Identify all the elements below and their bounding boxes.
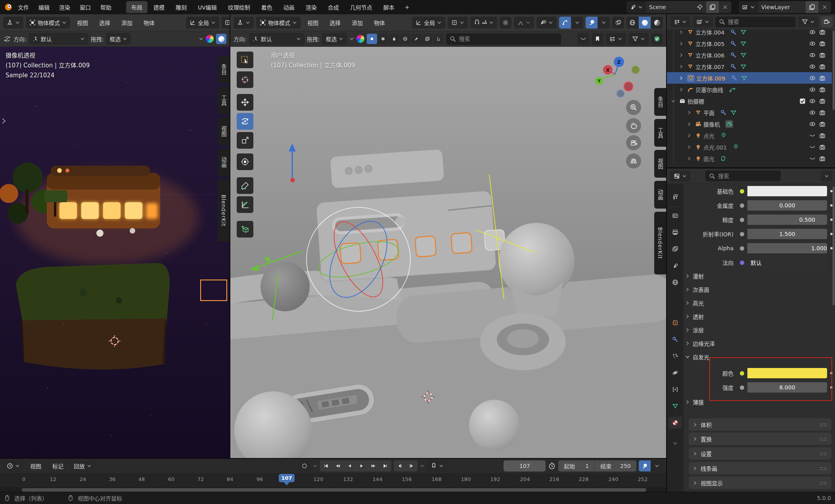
add-menu[interactable]: 添加	[117, 19, 137, 27]
proportional-falloff-button[interactable]	[514, 17, 534, 29]
properties-scrollbar[interactable]	[833, 186, 835, 305]
filter-fluid-button[interactable]	[389, 34, 399, 44]
base-color-field[interactable]	[737, 186, 827, 196]
snap-toggle-button[interactable]	[470, 17, 497, 29]
viewlayer-new-copy-button[interactable]	[806, 1, 818, 13]
3d-viewport-canvas[interactable]: 用户透视 (107) Collection | 立方体.009	[230, 47, 666, 458]
play-reverse-button[interactable]	[344, 460, 356, 471]
sidebar-tab-tool[interactable]: 工具	[218, 86, 230, 114]
outliner-row-plane[interactable]: 平面	[667, 107, 832, 118]
hide-eye-toggle[interactable]	[808, 155, 816, 162]
shading-chevron-icon[interactable]	[199, 36, 203, 41]
sidebar-tab-blenderkit[interactable]: BlenderKit	[654, 212, 666, 274]
gizmos-toggle[interactable]	[559, 17, 571, 29]
zoom-button[interactable]	[626, 100, 641, 115]
outliner-search-input[interactable]	[728, 19, 792, 25]
render-visibility-toggle[interactable]	[818, 109, 826, 116]
transform-orientation-selector[interactable]: 全局	[186, 17, 219, 29]
tab-render[interactable]	[668, 210, 682, 222]
start-frame-field[interactable]: 起始1	[558, 460, 594, 471]
object-menu[interactable]: 物体	[370, 19, 389, 27]
emission-strength-field[interactable]: 8.000	[737, 382, 827, 393]
editor-type-button[interactable]	[234, 17, 254, 29]
camera-render-canvas[interactable]: 摄像机透视 (107) Collection | 立方体.009 Sample …	[0, 47, 230, 458]
timeline-editor-type-button[interactable]	[3, 460, 23, 471]
hide-collection-button[interactable]	[577, 33, 589, 45]
section-subsurface[interactable]: 次表面	[685, 284, 833, 295]
hide-eye-toggle[interactable]	[808, 86, 816, 93]
viewlayer-browse-button[interactable]	[739, 1, 758, 13]
render-visibility-toggle[interactable]	[818, 86, 826, 93]
shield-icon[interactable]	[651, 33, 663, 45]
section-specular[interactable]: 高光	[685, 297, 833, 309]
play-button[interactable]	[356, 460, 368, 471]
menu-file[interactable]: 文件	[13, 3, 33, 11]
tab-geometry-nodes[interactable]: 几何节点	[345, 1, 377, 13]
tool-scale[interactable]	[237, 132, 253, 149]
camera-view-button[interactable]	[626, 135, 641, 150]
tab-strip-scroll-chevron[interactable]	[668, 437, 682, 449]
view-menu[interactable]: 视图	[73, 19, 92, 27]
new-collection-button[interactable]	[821, 16, 833, 27]
tab-modifiers[interactable]	[668, 333, 682, 345]
mode-selector[interactable]: 物体模式	[26, 17, 70, 29]
button-panel-object[interactable]	[316, 190, 507, 282]
render-visibility-toggle[interactable]	[818, 144, 826, 150]
filter-paint-button[interactable]	[411, 34, 421, 44]
outliner-row-cube006[interactable]: 立方体.006	[667, 49, 832, 61]
filter-duplicate-button[interactable]	[422, 34, 433, 44]
hide-eye-toggle[interactable]	[808, 30, 816, 35]
scene-browse-button[interactable]	[626, 1, 646, 13]
scene-delete-button[interactable]	[719, 1, 732, 13]
tab-compositing[interactable]: 合成	[323, 1, 344, 13]
panel-line-art[interactable]: 线条画	[689, 462, 831, 474]
animate-dot[interactable]	[830, 386, 833, 389]
auto-keying-dropdown[interactable]	[313, 464, 318, 468]
previous-frame-button[interactable]	[394, 460, 406, 471]
tab-animation[interactable]: 动画	[278, 1, 300, 13]
outliner-row-cube007[interactable]: 立方体.007	[667, 61, 832, 72]
filter-mesh-button[interactable]	[367, 34, 377, 44]
sidebar-tab-animation[interactable]: 动画	[654, 181, 666, 209]
tab-texture-paint[interactable]: 纹理绘制	[223, 1, 255, 13]
material-preview-sphere-icon[interactable]	[356, 35, 364, 43]
select-menu[interactable]: 选择	[325, 19, 345, 27]
section-sheen[interactable]: 边缘光泽	[685, 337, 833, 349]
select-menu[interactable]: 选择	[95, 19, 115, 27]
tab-output[interactable]	[668, 226, 682, 238]
pivot-point-selector[interactable]	[448, 17, 468, 29]
menu-render[interactable]: 渲染	[55, 3, 75, 11]
tool-rotate[interactable]	[237, 113, 253, 130]
outliner-row-studio-collection[interactable]: 拍摄棚	[667, 95, 832, 107]
xray-toggle[interactable]	[612, 17, 624, 29]
show-hide-dropdown[interactable]	[536, 17, 557, 29]
toggle-grid-button[interactable]	[626, 153, 641, 169]
section-thin-film[interactable]: 薄膜	[685, 396, 833, 408]
properties-editor-type-button[interactable]	[670, 171, 690, 182]
hide-eye-toggle[interactable]	[808, 109, 816, 116]
object-menu[interactable]: 物体	[139, 19, 159, 27]
keying-set-button[interactable]	[427, 460, 447, 471]
filter-surface-button[interactable]	[378, 34, 388, 44]
outliner-row-pointlight[interactable]: 点光	[667, 130, 832, 141]
transform-orientation-selector[interactable]: 全局	[412, 17, 445, 29]
add-menu[interactable]: 添加	[347, 19, 367, 27]
hide-eye-toggle[interactable]	[808, 144, 816, 150]
hide-eye-toggle[interactable]	[808, 63, 816, 70]
timeline-ruler[interactable]: 0 12 24 36 48 60 72 84 96 120 132 144 15…	[0, 473, 666, 487]
playback-menu[interactable]: 回放	[70, 460, 95, 471]
properties-search-input[interactable]	[718, 173, 777, 179]
menu-edit[interactable]: 编辑	[34, 3, 54, 11]
shading-wireframe-button[interactable]	[626, 17, 638, 29]
outliner-row-camera[interactable]: 摄像机	[667, 118, 832, 130]
previous-keyframe-button[interactable]	[332, 460, 344, 471]
roughness-slider[interactable]: 0.500	[737, 215, 827, 225]
viewport-search[interactable]	[446, 33, 561, 45]
sidebar-tab-item[interactable]: 条目	[218, 56, 230, 83]
end-frame-field[interactable]: 结束250	[595, 460, 636, 471]
properties-options-dropdown[interactable]	[821, 171, 833, 181]
section-diffuse[interactable]: 漫射	[685, 270, 833, 282]
tab-scene[interactable]	[668, 260, 682, 272]
filter-armature-button[interactable]	[433, 34, 444, 44]
outliner-filter-button[interactable]	[798, 16, 818, 27]
